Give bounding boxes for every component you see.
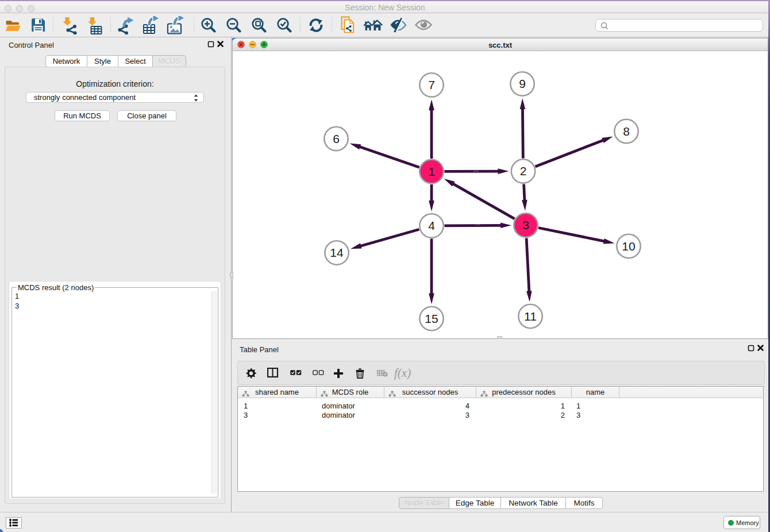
svg-text:3: 3 <box>522 218 529 232</box>
svg-text:10: 10 <box>622 240 635 253</box>
svg-text:8: 8 <box>623 125 630 138</box>
svg-text:1: 1 <box>428 165 435 178</box>
svg-text:7: 7 <box>428 78 435 91</box>
svg-text:4: 4 <box>428 219 435 232</box>
svg-text:2: 2 <box>520 164 527 178</box>
svg-text:11: 11 <box>524 310 537 323</box>
svg-text:6: 6 <box>333 132 340 145</box>
svg-text:15: 15 <box>425 312 438 325</box>
svg-text:14: 14 <box>330 246 344 259</box>
svg-text:9: 9 <box>519 77 526 90</box>
